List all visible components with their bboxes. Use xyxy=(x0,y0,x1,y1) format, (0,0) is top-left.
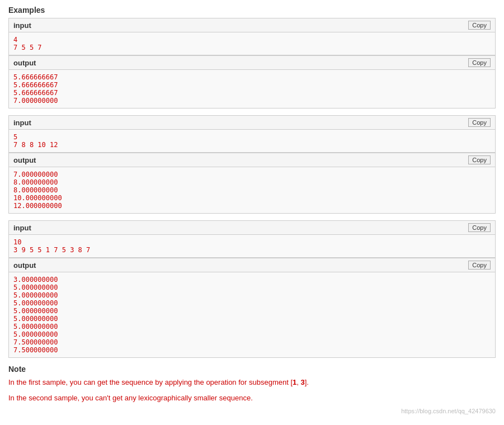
example-3-output-line-9: 7.500000000 xyxy=(13,338,491,346)
example-1-output-copy-button[interactable]: Copy xyxy=(468,58,491,67)
example-2-input-content: 5 7 8 8 10 12 xyxy=(9,130,495,152)
examples-section: Examples input Copy 4 7 5 5 7 output Cop… xyxy=(8,6,496,358)
example-3-input-content: 10 3 9 5 5 1 7 5 3 8 7 xyxy=(9,235,495,257)
example-2-output-copy-button[interactable]: Copy xyxy=(468,155,491,164)
example-3-output-line-10: 7.500000000 xyxy=(13,346,491,354)
example-2-output-header: output Copy xyxy=(9,153,495,167)
example-2-output-box: output Copy 7.000000000 8.000000000 8.00… xyxy=(8,153,496,214)
example-1-input-line-2: 7 5 5 7 xyxy=(13,44,491,51)
example-1-input-line-1: 4 xyxy=(13,36,491,44)
example-1-output-line-3: 5.666666667 xyxy=(13,89,491,97)
example-2-input-header: input Copy xyxy=(9,116,495,130)
example-3-input-copy-button[interactable]: Copy xyxy=(468,223,491,232)
example-3-output-line-2: 5.000000000 xyxy=(13,284,491,291)
example-3-output-header: output Copy xyxy=(9,258,495,272)
example-3-input-line-2: 3 9 5 5 1 7 5 3 8 7 xyxy=(13,246,491,254)
example-3-output-content: 3.000000000 5.000000000 5.000000000 5.00… xyxy=(9,272,495,357)
example-1-output-line-4: 7.000000000 xyxy=(13,97,491,105)
example-2-output-line-5: 12.000000000 xyxy=(13,202,491,210)
example-3-input-header: input Copy xyxy=(9,221,495,235)
example-3-output-line-5: 5.000000000 xyxy=(13,307,491,315)
example-3-output-line-1: 3.000000000 xyxy=(13,276,491,284)
example-3-output-line-4: 5.000000000 xyxy=(13,299,491,307)
example-3-input-line-1: 10 xyxy=(13,238,491,246)
example-3-output-line-7: 5.000000000 xyxy=(13,323,491,330)
example-2-output-label: output xyxy=(13,156,36,164)
example-2-output-content: 7.000000000 8.000000000 8.000000000 10.0… xyxy=(9,167,495,213)
note-line-2: In the second sample, you can't get any … xyxy=(8,393,496,404)
example-1-input-label: input xyxy=(13,21,31,30)
example-2-input-copy-button[interactable]: Copy xyxy=(468,118,491,127)
example-1-output-label: output xyxy=(13,59,36,67)
example-1-output-content: 5.666666667 5.666666667 5.666666667 7.00… xyxy=(9,70,495,108)
example-2-output-line-2: 8.000000000 xyxy=(13,178,491,186)
example-1-input-box: input Copy 4 7 5 5 7 xyxy=(8,18,496,55)
example-2-input-line-2: 7 8 8 10 12 xyxy=(13,141,491,149)
example-3-output-line-8: 5.000000000 xyxy=(13,330,491,338)
example-3: input Copy 10 3 9 5 5 1 7 5 3 8 7 output… xyxy=(8,220,496,358)
note-section: Note In the first sample, you can get th… xyxy=(8,365,496,403)
example-2-output-line-4: 10.000000000 xyxy=(13,194,491,202)
example-2-input-line-1: 5 xyxy=(13,133,491,141)
example-3-input-box: input Copy 10 3 9 5 5 1 7 5 3 8 7 xyxy=(8,220,496,258)
example-2: input Copy 5 7 8 8 10 12 output Copy 7.0… xyxy=(8,115,496,214)
example-3-output-label: output xyxy=(13,261,36,270)
example-2-input-box: input Copy 5 7 8 8 10 12 xyxy=(8,115,496,153)
example-1-input-copy-button[interactable]: Copy xyxy=(468,21,491,30)
example-1-input-header: input Copy xyxy=(9,18,495,32)
example-3-output-box: output Copy 3.000000000 5.000000000 5.00… xyxy=(8,258,496,358)
note-title: Note xyxy=(8,365,496,374)
example-3-output-copy-button[interactable]: Copy xyxy=(468,261,491,270)
example-2-output-line-3: 8.000000000 xyxy=(13,186,491,194)
example-2-input-label: input xyxy=(13,119,31,127)
example-1-output-line-1: 5.666666667 xyxy=(13,73,491,81)
example-1-input-content: 4 7 5 5 7 xyxy=(9,32,495,55)
example-1-output-header: output Copy xyxy=(9,56,495,70)
example-3-input-label: input xyxy=(13,224,31,232)
examples-title: Examples xyxy=(8,6,496,15)
example-3-output-line-6: 5.000000000 xyxy=(13,315,491,323)
example-1-output-line-2: 5.666666667 xyxy=(13,81,491,89)
watermark: https://blog.csdn.net/qq_42479630 xyxy=(8,408,496,414)
example-2-output-line-1: 7.000000000 xyxy=(13,171,491,178)
example-1-output-box: output Copy 5.666666667 5.666666667 5.66… xyxy=(8,55,496,108)
example-1: input Copy 4 7 5 5 7 output Copy 5.66666… xyxy=(8,18,496,108)
note-line-1: In the first sample, you can get the seq… xyxy=(8,377,496,388)
example-3-output-line-3: 5.000000000 xyxy=(13,291,491,299)
